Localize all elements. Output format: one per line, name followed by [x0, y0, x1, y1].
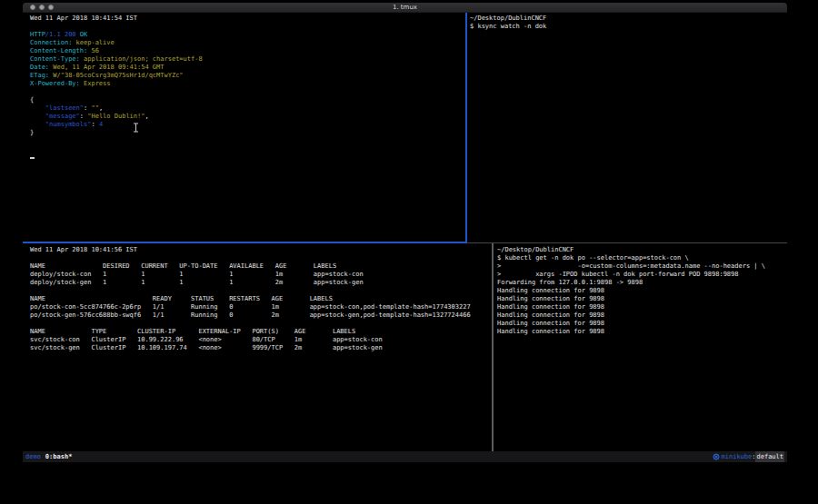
terminal-text-segment: Handling connection for 9898 [497, 320, 604, 327]
window-titlebar[interactable]: 1. tmux [23, 3, 787, 13]
terminal-line [30, 88, 465, 96]
terminal-line [30, 254, 491, 262]
terminal-line: svc/stock-gen ClusterIP 10.109.197.74 <n… [30, 344, 491, 352]
terminal-text-segment: > -o=custom-columns=:metadata.name --no-… [497, 262, 765, 270]
terminal-text-segment: Wed 11 Apr 2018 10:41:56 IST [30, 246, 137, 253]
terminal-text-segment: Handling connection for 9898 [497, 287, 604, 294]
terminal-line: deploy/stock-con 1 1 1 1 1m app=stock-co… [30, 271, 491, 279]
terminal-line: > xargs -IPOD kubectl -n dok port-forwar… [497, 271, 787, 279]
terminal-line: Handling connection for 9898 [497, 287, 787, 295]
terminal-text-segment: NAME READY STATUS RESTARTS AGE LABELS [30, 295, 333, 302]
terminal-text-segment: keep-alive [72, 39, 114, 46]
terminal-line: ~/Desktop/DublinCNCF [470, 15, 787, 23]
terminal-line: svc/stock-con ClusterIP 10.99.222.96 <no… [30, 336, 491, 344]
terminal-text-segment: "Hello Dublin!" [87, 113, 145, 120]
tmux-status-bar: demo 0:bash* minikube : default [23, 451, 787, 462]
window-title: 1. tmux [23, 3, 787, 13]
terminal-text-segment: NAME TYPE CLUSTER-IP EXTERNAL-IP PORT(S)… [30, 328, 355, 335]
terminal-text-segment: Connection: [30, 39, 72, 46]
tmux-terminal: Wed 11 Apr 2018 10:41:54 ISTHTTP/1.1 200… [23, 13, 787, 451]
terminal-text-segment: , [99, 104, 103, 112]
terminal-line: Date: Wed, 11 Apr 2018 09:41:54 GMT [30, 64, 465, 72]
terminal-line [30, 23, 465, 31]
terminal-line: Handling connection for 9898 [497, 295, 787, 303]
pane-divider-horizontal-active[interactable] [23, 242, 467, 243]
terminal-line: po/stock-gen-576cc688bb-swqf6 1/1 Runnin… [30, 311, 491, 320]
terminal-text-segment: Content-Length: [30, 47, 87, 54]
terminal-text-segment: X-Powered-By: [30, 80, 80, 87]
terminal-line: Content-Length: 56 [30, 47, 465, 55]
pane-http-response[interactable]: Wed 11 Apr 2018 10:41:54 ISTHTTP/1.1 200… [23, 13, 465, 242]
terminal-text-segment [30, 121, 45, 128]
terminal-text-segment: : [80, 113, 87, 120]
status-left: demo 0:bash* [25, 451, 72, 462]
terminal-text-segment: ~/Desktop/DublinCNCF [470, 15, 546, 22]
terminal-text-segment: svc/stock-gen ClusterIP 10.109.197.74 <n… [30, 344, 383, 351]
terminal-text-segment: $ ksync watch -n dok [470, 23, 546, 30]
terminal-line: { [30, 96, 465, 104]
terminal-text-segment: "numsymbols" [45, 121, 92, 128]
terminal-text-segment [30, 104, 45, 112]
pane-divider-vertical-active[interactable] [465, 13, 467, 242]
terminal-line: Forwarding from 127.0.0.1:9898 -> 9898 [497, 279, 787, 287]
pane-ksync[interactable]: ~/Desktop/DublinCNCF$ ksync watch -n dok [468, 13, 787, 242]
terminal-line [30, 145, 465, 153]
terminal-line: "numsymbols": 4 [30, 121, 465, 129]
terminal-line: $ ksync watch -n dok [470, 23, 787, 31]
terminal-text-segment: : [91, 121, 98, 128]
terminal-line: $ kubectl get -n dok po --selector=app=s… [497, 254, 787, 262]
terminal-text-segment: Handling connection for 9898 [497, 311, 604, 319]
terminal-line: X-Powered-By: Express [30, 80, 465, 88]
terminal-text-segment: Handling connection for 9898 [497, 328, 604, 335]
terminal-text-segment: 56 [87, 47, 99, 54]
terminal-text-segment: Wed, 11 Apr 2018 09:41:54 GMT [49, 64, 164, 71]
terminal-line: ~/Desktop/DublinCNCF [497, 246, 787, 254]
terminal-text-segment: deploy/stock-gen 1 1 1 1 2m app=stock-ge… [30, 279, 364, 286]
terminal-line [30, 137, 465, 145]
terminal-line [30, 287, 491, 295]
mouse-cursor-ibeam-icon [133, 123, 139, 133]
terminal-window: 1. tmux Wed 11 Apr 2018 10:41:54 ISTHTTP… [23, 3, 787, 462]
pane-divider-vertical[interactable] [492, 243, 494, 451]
terminal-text-segment: ~/Desktop/DublinCNCF [497, 246, 574, 253]
terminal-text-segment: application/json; charset=utf-8 [80, 55, 203, 63]
terminal-text-segment: deploy/stock-con 1 1 1 1 1m app=stock-co… [30, 271, 364, 278]
kube-context: minikube [722, 451, 753, 462]
pane-divider-horizontal[interactable] [467, 242, 787, 243]
terminal-text-segment: { [30, 96, 34, 104]
pane-port-forward[interactable]: ~/Desktop/DublinCNCF$ kubectl get -n dok… [494, 243, 787, 451]
terminal-text-segment: > xargs -IPOD kubectl -n dok port-forwar… [497, 271, 739, 278]
terminal-line: NAME READY STATUS RESTARTS AGE LABELS [30, 295, 491, 303]
terminal-line: "message": "Hello Dublin!", [30, 113, 465, 121]
terminal-line: NAME DESIRED CURRENT UP-TO-DATE AVAILABL… [30, 262, 491, 271]
terminal-text-segment: Handling connection for 9898 [497, 295, 604, 302]
terminal-line: Connection: keep-alive [30, 39, 465, 47]
terminal-text-segment: /1.1 200 [45, 31, 80, 38]
terminal-text-segment: "" [91, 104, 98, 112]
text-cursor [30, 157, 35, 160]
window-label[interactable]: 0:bash* [45, 451, 73, 462]
terminal-line: po/stock-con-5cc874766c-2p6rp 1/1 Runnin… [30, 303, 491, 311]
terminal-text-segment: Content-Type: [30, 55, 80, 63]
terminal-text-segment: W/"38-05coCsrg3mQ75sHr1d/qcMTwYZc" [49, 72, 184, 79]
terminal-text-segment: $ kubectl get -n dok po --selector=app=s… [497, 254, 689, 262]
terminal-line: HTTP/1.1 200 OK [30, 31, 465, 39]
terminal-text-segment: NAME DESIRED CURRENT UP-TO-DATE AVAILABL… [30, 262, 336, 270]
terminal-line: Handling connection for 9898 [497, 303, 787, 311]
terminal-line: Handling connection for 9898 [497, 320, 787, 328]
terminal-text-segment: "lastseen" [45, 104, 84, 112]
terminal-line: Wed 11 Apr 2018 10:41:54 IST [30, 15, 465, 23]
pane-kubectl-get[interactable]: Wed 11 Apr 2018 10:41:56 ISTNAME DESIRED… [23, 243, 491, 451]
terminal-line: Wed 11 Apr 2018 10:41:56 IST [30, 246, 491, 254]
terminal-line: "lastseen": "", [30, 104, 465, 113]
terminal-text-segment: Forwarding from 127.0.0.1:9898 -> 9898 [497, 279, 643, 286]
terminal-line: Handling connection for 9898 [497, 311, 787, 320]
kubernetes-helm-icon [713, 453, 720, 460]
terminal-text-segment: } [30, 129, 34, 136]
terminal-line: NAME TYPE CLUSTER-IP EXTERNAL-IP PORT(S)… [30, 328, 491, 336]
terminal-text-segment: , [145, 113, 148, 120]
terminal-text-segment: ETag: [30, 72, 49, 79]
terminal-line: } [30, 129, 465, 137]
terminal-text-segment: Handling connection for 9898 [497, 303, 604, 311]
terminal-line: Content-Type: application/json; charset=… [30, 55, 465, 64]
